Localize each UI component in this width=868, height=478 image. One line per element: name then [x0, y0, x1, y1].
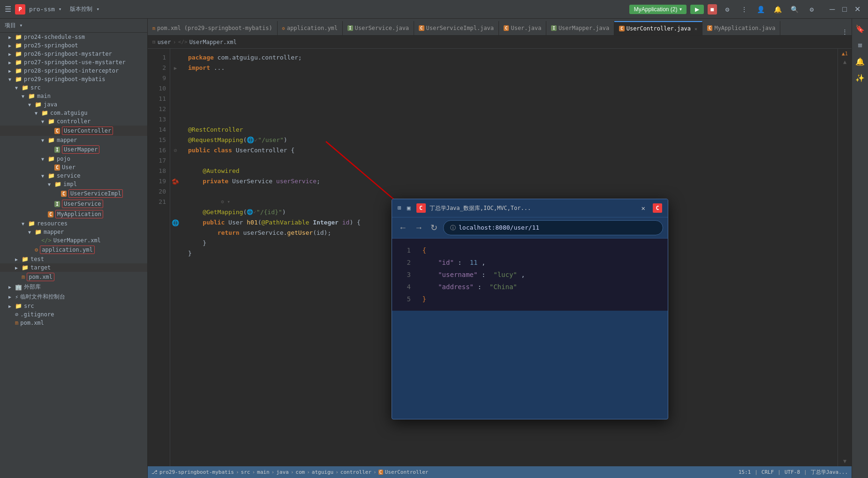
sidebar-item-resources[interactable]: ▼ 📁 resources	[0, 219, 147, 228]
minimize-button[interactable]: ─	[827, 5, 838, 14]
browser-forward-button[interactable]: →	[413, 222, 425, 234]
code-text	[188, 207, 203, 217]
code-line-1: package com.atguigu.controller;	[188, 52, 838, 63]
sidebar-item-mapper-res[interactable]: ▼ 📁 mapper	[0, 228, 147, 236]
sidebar-item-label: com.atguigu	[50, 110, 87, 116]
browser-back-button[interactable]: ←	[397, 222, 409, 234]
tab-class-icon: C	[504, 25, 509, 31]
breadcrumb-usermapper[interactable]: UserMapper.xml	[189, 39, 237, 45]
browser-info-icon: ⓘ	[450, 223, 456, 233]
sidebar-item-src[interactable]: ▼ 📁 src	[0, 83, 147, 92]
sidebar-item-gitignore[interactable]: ⊘ .gitignore	[0, 310, 147, 319]
ai-icon[interactable]: ✨	[853, 72, 867, 84]
code-editor[interactable]: package com.atguigu.controller; import .…	[181, 49, 838, 466]
sidebar-item-main[interactable]: ▼ 📁 main	[0, 92, 147, 100]
notifications-icon[interactable]: 🔔	[771, 3, 785, 16]
expand-arrow: ▶	[8, 284, 15, 290]
sidebar-item-userservice[interactable]: I UserService	[0, 199, 147, 209]
breadcrumb-user[interactable]: user	[158, 39, 171, 45]
gear-icon[interactable]: ⚙	[805, 3, 818, 16]
expand-arrow: ▼	[28, 102, 35, 107]
tab-userservice-java[interactable]: I UserService.java	[343, 21, 414, 35]
tab-more-button[interactable]: ⋮	[838, 28, 852, 35]
close-button[interactable]: ✕	[852, 5, 863, 14]
tab-myapplication-java[interactable]: C MyApplication.java	[702, 21, 780, 35]
sidebar-item-pom2[interactable]: m pom.xml	[0, 319, 147, 327]
account-icon[interactable]: 👤	[755, 3, 768, 16]
sidebar-item-pro29[interactable]: ▼ 📁 pro29-springboot-mybatis	[0, 75, 147, 83]
sidebar-item-userserviceimpl[interactable]: C UserServiceImpl	[0, 188, 147, 199]
sidebar-item-src2[interactable]: ▶ 📁 src	[0, 302, 147, 310]
tab-pom-xml[interactable]: m pom.xml (pro29-springboot-mybatis)	[148, 21, 278, 35]
var-name: userService	[276, 176, 317, 187]
class-icon: C	[61, 191, 67, 197]
sidebar-item-service[interactable]: ▼ 📁 service	[0, 172, 147, 180]
status-position: 15:1	[739, 469, 751, 475]
browser-close-button[interactable]: ✕	[642, 203, 645, 213]
no-run-icon: ⊘	[170, 145, 181, 156]
folder-icon: 📁	[48, 137, 55, 143]
sidebar-item-test[interactable]: ▶ 📁 test	[0, 255, 147, 263]
sidebar-item-external[interactable]: ▶ 🏢 外部库	[0, 282, 147, 292]
sidebar-item-impl[interactable]: ▼ 📁 impl	[0, 180, 147, 188]
browser-refresh-button[interactable]: ↻	[429, 222, 439, 234]
menu-icon[interactable]: ☰	[5, 5, 11, 14]
tab-usercontroller-java[interactable]: C UserController.java ✕	[614, 21, 702, 35]
stop-button[interactable]: ■	[708, 4, 717, 15]
sidebar-item-label: User	[62, 164, 75, 171]
sidebar-item-pojo[interactable]: ▼ 📁 pojo	[0, 155, 147, 163]
sidebar-item-controller[interactable]: ▼ 📁 controller	[0, 117, 147, 126]
notifications-panel-icon[interactable]: 🔔	[853, 55, 867, 68]
sidebar-item-target[interactable]: ▶ 📁 target	[0, 263, 147, 272]
code-text	[188, 166, 203, 176]
sidebar-item-application-yml[interactable]: ⚙ application.yml	[0, 245, 147, 255]
sidebar-item-myapplication[interactable]: C MyApplication	[0, 209, 147, 219]
folder-icon: 📁	[35, 229, 42, 235]
sidebar-item-pro24[interactable]: ▶ 📁 pro24-schedule-ssm	[0, 33, 147, 41]
maximize-button[interactable]: □	[839, 5, 850, 14]
sidebar-item-pro26[interactable]: ▶ 📁 pro26-springboot-mystarter	[0, 50, 147, 58]
sidebar-item-pro25[interactable]: ▶ 📁 pro25-springboot	[0, 41, 147, 50]
browser-toolbar: ← → ↻ ⓘ localhost:8080/user/11	[392, 217, 668, 239]
run-config-selector[interactable]: MyApplication (2) ▾	[629, 5, 687, 14]
sidebar-item-label: mapper	[57, 137, 77, 143]
tab-application-yml[interactable]: ⚙ application.yml	[278, 21, 343, 35]
tab-userserviceimpl-java[interactable]: C UserServiceImpl.java	[414, 21, 499, 35]
sidebar-item-pro28[interactable]: ▶ 📁 pro28-springboot-interceptor	[0, 67, 147, 75]
sidebar-item-usercontroller[interactable]: C UserController	[0, 126, 147, 136]
bookmarks-icon[interactable]: 🔖	[853, 22, 867, 35]
code-text	[188, 228, 218, 238]
more-icon[interactable]: ⋮	[738, 3, 751, 16]
tab-usermapper-java[interactable]: I UserMapper.java	[546, 21, 614, 35]
breadcrumb-xml-icon: </>	[178, 39, 188, 45]
code-line-10: @RequestMapping ( 🌐 ✓ "/user" )	[188, 135, 838, 145]
structure-icon[interactable]: ≡	[856, 39, 864, 52]
tab-label: application.yml	[287, 25, 338, 31]
sidebar-item-com-atguigu[interactable]: ▼ 📁 com.atguigu	[0, 109, 147, 117]
browser-url-bar[interactable]: ⓘ localhost:8080/user/11	[443, 220, 663, 235]
settings-icon[interactable]: ⚙	[721, 3, 734, 16]
sidebar-item-java[interactable]: ▼ 📁 java	[0, 100, 147, 109]
sidebar-item-usermapper-xml[interactable]: </> UserMapper.xml	[0, 236, 147, 245]
version-control[interactable]: 版本控制	[70, 5, 92, 13]
sidebar-item-mapper[interactable]: ▼ 📁 mapper	[0, 136, 147, 144]
sidebar-item-usermapper[interactable]: I UserMapper	[0, 144, 147, 155]
expand-icon[interactable]: ▶	[170, 63, 181, 73]
json-indent	[422, 271, 434, 278]
sidebar-item-pom[interactable]: m pom.xml	[0, 272, 147, 282]
tab-class-icon: C	[619, 26, 624, 31]
project-name[interactable]: pro-ssm	[29, 6, 55, 13]
gutter-icons: ▶ ⊘ 🫘 🌐	[170, 49, 181, 466]
sidebar-item-user[interactable]: C User	[0, 163, 147, 172]
run-button[interactable]: ▶	[690, 5, 704, 14]
expand-arrow: ▶	[8, 60, 15, 65]
tab-user-java[interactable]: C User.java	[499, 21, 546, 35]
sidebar-header[interactable]: 项目 ▾	[0, 19, 147, 33]
sidebar-item-scratch[interactable]: ▶ ⚡ 临时文件和控制台	[0, 292, 147, 302]
status-branch-label: pro29-springboot-mybatis	[159, 469, 234, 475]
code-text: com.atguigu.controller;	[214, 52, 302, 63]
tab-close-button[interactable]: ✕	[694, 26, 697, 31]
sidebar-item-pro27[interactable]: ▶ 📁 pro27-springboot-use-mystarter	[0, 58, 147, 67]
search-icon[interactable]: 🔍	[788, 3, 801, 16]
code-text: UserController {	[232, 145, 294, 156]
